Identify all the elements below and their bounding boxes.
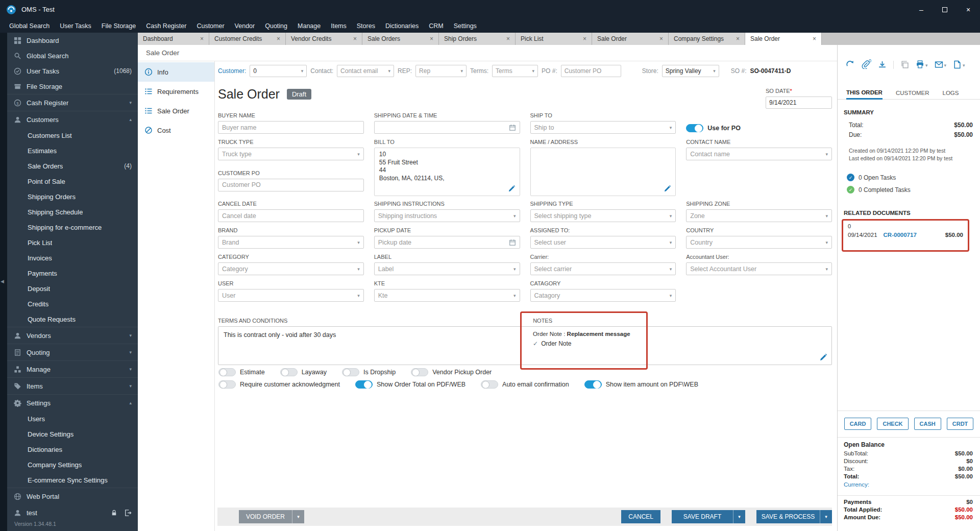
nav-item-sale-order[interactable]: Sale Order xyxy=(138,101,214,120)
card-button[interactable]: CARD xyxy=(844,418,872,430)
crdt-button[interactable]: CRDT xyxy=(947,418,974,430)
sidebar-item-global-search[interactable]: Global Search xyxy=(7,48,138,63)
use-for-po-toggle[interactable]: Use for PO xyxy=(686,124,832,132)
void-order-button[interactable]: VOID ORDER xyxy=(239,510,292,523)
customer-select[interactable]: 0▾ xyxy=(250,65,307,77)
open-tasks[interactable]: ✓ 0 Open Tasks xyxy=(847,174,896,181)
bill-to-address[interactable]: 10 55 Fruit Street 44 Boston, MA, 02114,… xyxy=(374,148,520,196)
sidebar-item-deposit[interactable]: Deposit xyxy=(7,281,138,296)
tab-close-icon[interactable]: × xyxy=(502,35,510,42)
toggle-require-customer-acknowledgment[interactable]: Require customer acknowledgment xyxy=(218,380,340,389)
save-draft-button[interactable]: SAVE DRAFT xyxy=(672,510,733,523)
lock-icon[interactable] xyxy=(110,509,118,517)
menu-item-items[interactable]: Items xyxy=(326,22,352,30)
nav-item-cost[interactable]: Cost xyxy=(138,120,214,140)
accountant-user-select[interactable]: Select Accountant User▾ xyxy=(686,262,832,275)
terms-select[interactable]: Terms▾ xyxy=(492,65,538,77)
nav-item-info[interactable]: Info xyxy=(138,62,214,82)
toggle-show-order-total[interactable]: Show Order Total on PDF/WEB xyxy=(355,380,465,389)
sidebar-item-device-settings[interactable]: Device Settings xyxy=(7,426,138,442)
toggle-show-item-amount[interactable]: Show item amount on PDF\WEB xyxy=(584,380,698,389)
tab-close-icon[interactable]: × xyxy=(349,35,357,42)
tab-pick-list[interactable]: Pick List× xyxy=(516,33,592,45)
sidebar-group-manage[interactable]: Manage▾ xyxy=(7,360,138,377)
void-order-dropdown[interactable]: ▾ xyxy=(292,510,304,523)
menu-item-dictionaries[interactable]: Dictionaries xyxy=(380,22,424,30)
toggle-switch[interactable] xyxy=(686,124,703,132)
customer-po-form-input[interactable] xyxy=(218,179,364,191)
tab-dashboard[interactable]: Dashboard× xyxy=(138,33,209,45)
country-select[interactable]: Country▾ xyxy=(686,236,832,249)
toggle-estimate[interactable]: Estimate xyxy=(218,368,265,376)
menu-item-global-search[interactable]: Global Search xyxy=(4,22,55,30)
shipping-type-select[interactable]: Select shipping type▾ xyxy=(530,209,676,222)
menu-item-stores[interactable]: Stores xyxy=(352,22,380,30)
assigned-to-select[interactable]: Select user▾ xyxy=(530,236,676,249)
toggle-switch[interactable] xyxy=(355,380,373,389)
tab-sale-orders[interactable]: Sale Orders× xyxy=(362,33,439,45)
email-icon[interactable]: ▾ xyxy=(935,60,947,69)
sidebar-item-sale-orders[interactable]: Sale Orders(4) xyxy=(7,158,138,174)
nav-item-requirements[interactable]: Requirements xyxy=(138,82,214,101)
toggle-switch[interactable] xyxy=(280,368,298,376)
tab-customer[interactable]: CUSTOMER xyxy=(896,86,929,100)
sidebar-item-company-settings[interactable]: Company Settings xyxy=(7,457,138,472)
sidebar-item-web-portal[interactable]: Web Portal xyxy=(7,488,138,504)
so-date-input[interactable] xyxy=(766,96,832,109)
store-select[interactable]: Spring Valley▾ xyxy=(662,65,719,77)
sidebar-item-user-tasks[interactable]: User Tasks(1068) xyxy=(7,63,138,79)
sidebar-item-shipping-schedule[interactable]: Shipping Schedule xyxy=(7,204,138,220)
sidebar-user[interactable]: test xyxy=(7,504,138,521)
toggle-switch[interactable] xyxy=(481,380,498,389)
download-icon[interactable] xyxy=(878,60,887,69)
tab-sale-order-1[interactable]: Sale Order× xyxy=(592,33,669,45)
sidebar-item-payments[interactable]: Payments xyxy=(7,266,138,281)
tab-ship-orders[interactable]: Ship Orders× xyxy=(439,33,516,45)
completed-tasks[interactable]: ✓ 0 Completed Tasks xyxy=(847,186,911,194)
check-button[interactable]: CHECK xyxy=(877,418,908,430)
sidebar-item-file-storage[interactable]: File Storage xyxy=(7,79,138,94)
cancel-button[interactable]: CANCEL xyxy=(621,510,660,523)
sidebar-item-customers-list[interactable]: Customers List xyxy=(7,128,138,143)
sidebar-group-items[interactable]: Items▾ xyxy=(7,377,138,394)
tab-this-order[interactable]: THIS ORDER xyxy=(846,86,883,100)
related-doc-link[interactable]: CR-0000717 xyxy=(884,232,917,238)
menu-item-file-storage[interactable]: File Storage xyxy=(96,22,141,30)
toggle-switch[interactable] xyxy=(342,368,359,376)
edit-pencil-icon[interactable] xyxy=(664,185,671,192)
sidebar-item-quote-requests[interactable]: Quote Requests xyxy=(7,311,138,327)
sidebar-group-vendors[interactable]: Vendors▾ xyxy=(7,327,138,344)
sidebar-group-quoting[interactable]: Quoting▾ xyxy=(7,344,138,360)
sidebar-group-cash-register[interactable]: Cash Register▾ xyxy=(7,94,138,111)
save-process-dropdown[interactable]: ▾ xyxy=(820,510,832,523)
sidebar-collapse-rail[interactable]: ◀ xyxy=(0,33,7,531)
sidebar-item-ecommerce-sync-settings[interactable]: E-commerce Sync Settings xyxy=(7,472,138,488)
edit-pencil-icon[interactable] xyxy=(508,185,516,192)
truck-type-select[interactable]: Truck type▾ xyxy=(218,148,364,160)
terms-notes-box[interactable]: This is contract only - void after 30 da… xyxy=(218,326,832,365)
sidebar-item-invoices[interactable]: Invoices xyxy=(7,250,138,266)
tab-logs[interactable]: LOGS xyxy=(943,86,959,100)
tab-sale-order-active[interactable]: Sale Order× xyxy=(745,33,822,45)
export-file-icon[interactable]: ▾ xyxy=(953,60,965,69)
ship-to-select[interactable]: Ship to▾ xyxy=(530,121,676,134)
contact-name-select[interactable]: Contact name▾ xyxy=(686,148,832,160)
rep-select[interactable]: Rep▾ xyxy=(415,65,467,77)
tab-close-icon[interactable]: × xyxy=(273,35,280,42)
menu-item-vendor[interactable]: Vendor xyxy=(230,22,260,30)
cash-button[interactable]: CASH xyxy=(914,418,941,430)
tab-close-icon[interactable]: × xyxy=(655,35,663,42)
sidebar-item-shipping-ecommerce[interactable]: Shipping for e-commerce xyxy=(7,220,138,235)
sidebar-group-settings[interactable]: Settings▴ xyxy=(7,394,138,411)
toggle-switch[interactable] xyxy=(411,368,428,376)
label-select[interactable]: Label▾ xyxy=(374,262,520,275)
sidebar-item-dashboard[interactable]: Dashboard xyxy=(7,33,138,48)
menu-item-crm[interactable]: CRM xyxy=(424,22,448,30)
menu-item-customer[interactable]: Customer xyxy=(191,22,229,30)
sidebar-item-dictionaries[interactable]: Dictionaries xyxy=(7,442,138,457)
kte-select[interactable]: Kte▾ xyxy=(374,289,520,302)
brand-select[interactable]: Brand▾ xyxy=(218,236,364,249)
sidebar-item-users[interactable]: Users xyxy=(7,411,138,426)
catagory-select[interactable]: Catagory▾ xyxy=(530,289,676,302)
name-address-block[interactable] xyxy=(530,148,676,196)
